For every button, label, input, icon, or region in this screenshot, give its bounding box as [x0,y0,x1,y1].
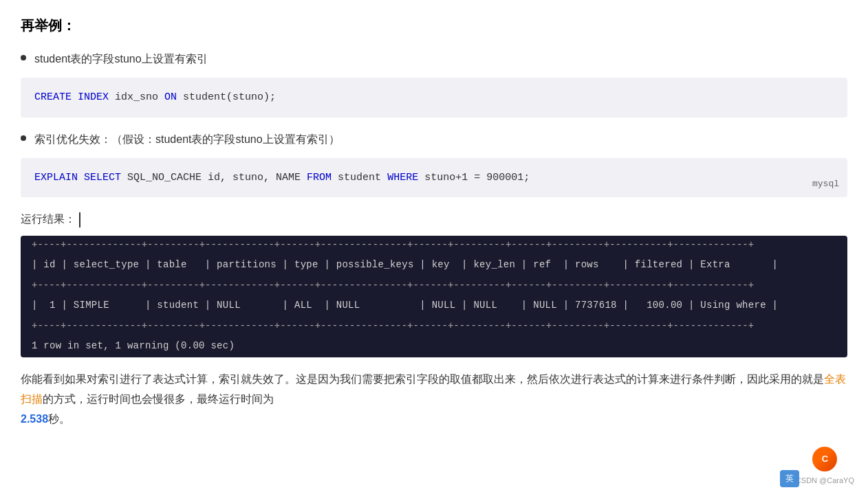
keyword-select: SELECT [84,172,121,183]
description-part2: 的方式，运行时间也会慢很多，最终运行时间为 [43,393,274,405]
terminal-footer: 1 row in set, 1 warning (0.00 sec) [21,335,847,357]
result-label: 运行结果： [21,210,847,228]
description-part3: 秒。 [48,413,70,425]
bullet-dot-2 [21,135,26,141]
page-container: 再举例： student表的字段stuno上设置有索引 CREATE INDEX… [21,14,847,430]
text-cursor [79,212,80,227]
keyword-on: ON [164,91,177,103]
terminal-divider-1: +----+-------------+---------+----------… [21,236,847,254]
bullet-item-2: 索引优化失效：（假设：student表的字段stuno上设置有索引） [21,130,847,148]
description-part1: 你能看到如果对索引进行了表达式计算，索引就失效了。这是因为我们需要把索引字段的取… [21,373,824,385]
bullet-text-2: 索引优化失效：（假设：student表的字段stuno上设置有索引） [34,130,340,148]
code-block-2: EXPLAIN SELECT SQL_NO_CACHE id, stuno, N… [21,158,847,198]
keyword-where: WHERE [387,172,418,183]
description-text: 你能看到如果对索引进行了表达式计算，索引就失效了。这是因为我们需要把索引字段的取… [21,370,847,429]
description-time: 2.538 [21,413,48,425]
section-title: 再举例： [21,14,847,37]
code-block-1: CREATE INDEX idx_sno ON student(stuno); [21,78,847,118]
terminal-row: | 1 | SIMPLE | student | NULL | ALL | NU… [21,294,847,317]
bullet-item-1: student表的字段stuno上设置有索引 [21,49,847,68]
keyword-from: FROM [307,172,332,183]
terminal-header: | id | select_type | table | partitions … [21,254,847,276]
terminal-block: +----+-------------+---------+----------… [21,236,847,358]
lang-label: mysql [812,177,839,192]
terminal-divider-2: +----+-------------+---------+----------… [21,276,847,294]
keyword-index: INDEX [78,91,109,103]
code-block-wrapper-2: EXPLAIN SELECT SQL_NO_CACHE id, stuno, N… [21,158,847,198]
keyword-create: CREATE [34,91,72,103]
keyword-explain: EXPLAIN [34,172,78,183]
bullet-dot-1 [21,55,26,60]
terminal-divider-3: +----+-------------+---------+----------… [21,317,847,335]
bullet-text-1: student表的字段stuno上设置有索引 [34,49,208,68]
